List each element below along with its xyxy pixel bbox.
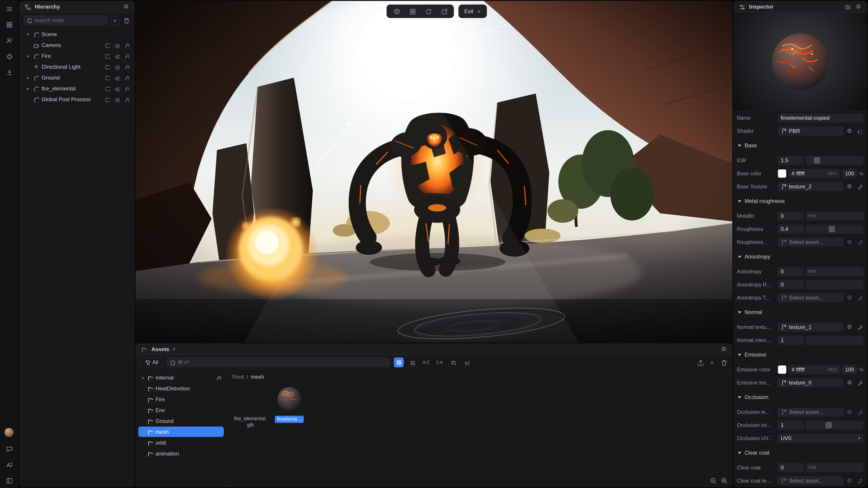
tree-row-scene[interactable]: ▾ Scene [19,29,135,40]
roughness-input[interactable]: 0.4 [778,224,804,233]
gear-icon[interactable]: ⚙ [122,2,130,11]
exit-button[interactable]: Exit × [458,4,487,18]
emissive-texture-picker[interactable]: texture_0 [778,378,844,387]
folder-row-animation[interactable]: animation [138,448,224,459]
chevron-down-icon[interactable]: ▾ [25,32,31,37]
assets-tab[interactable]: Assets [151,346,169,352]
normal-texture-picker[interactable]: texture_1 [778,322,844,331]
texture-settings-icon[interactable]: ⚙ [845,182,854,191]
shader-settings-icon[interactable]: ⚙ [845,127,854,135]
lock-icon[interactable] [124,97,129,102]
upload-icon[interactable] [696,358,704,366]
base-color-swatch[interactable] [778,169,786,178]
folder-row-internal[interactable]: ▸ Internal [138,372,224,383]
viewport-3d-scene[interactable]: Exit × [135,1,733,343]
panel-toggle-icon[interactable] [5,476,13,484]
base-color-hex-input[interactable]: # ffffffHEX [788,169,840,178]
texture-link-icon[interactable] [855,408,864,416]
chevron-right-icon[interactable]: ▸ [25,54,31,58]
texture-link-icon[interactable] [855,323,864,331]
lock-icon[interactable] [124,64,129,70]
base-texture-picker[interactable]: texture_2 [778,182,844,191]
translate-icon[interactable] [5,460,13,468]
menu-icon[interactable] [843,2,851,11]
tree-row-fire[interactable]: ▸ Fire [19,51,135,61]
folder-row-fire[interactable]: Fire [138,394,224,404]
add-user-icon[interactable] [5,36,13,44]
section-normal[interactable]: Normal [733,304,867,320]
breadcrumb-root[interactable]: Root [232,374,244,380]
texture-link-icon[interactable] [855,238,864,246]
tree-row-fire-elemental[interactable]: ▸ fire_elemental [19,83,135,94]
roughness-slider[interactable] [806,224,864,233]
gear-icon[interactable]: ⚙ [720,345,728,353]
texture-settings-icon[interactable]: ⚙ [845,293,854,302]
open-external-icon[interactable] [440,7,448,15]
emissive-color-swatch[interactable] [778,365,786,374]
assets-search[interactable] [166,357,391,367]
asset-thumbnail[interactable] [275,385,303,413]
texture-settings-icon[interactable]: ⚙ [845,238,854,246]
section-anisotropy[interactable]: Anisotropy [733,249,867,265]
folder-row-ground[interactable]: Ground [138,416,224,426]
eye-icon[interactable] [114,75,120,80]
asset-item-material[interactable]: fireeleme... [271,385,307,428]
menu-icon[interactable] [5,4,13,13]
lock-icon[interactable] [124,86,129,91]
zoom-in-icon[interactable] [721,477,727,484]
cube-icon[interactable] [393,7,401,15]
tree-row-global-post-process[interactable]: Global Post Process [19,94,135,105]
close-tab-icon[interactable]: × [173,346,176,352]
chevron-right-icon[interactable]: ▸ [141,375,146,380]
monitor-icon[interactable] [105,75,110,80]
folder-row-mesh[interactable]: mesh [138,427,224,437]
texture-link-icon[interactable] [855,379,864,387]
emissive-color-hex-input[interactable]: # ffffffHEX [788,365,840,374]
shader-picker[interactable]: PBR [778,126,844,135]
eye-icon[interactable] [114,86,120,91]
asset-item-glb[interactable]: fire_elemental.glb [232,385,269,428]
section-metal-roughness[interactable]: Metal roughness [733,193,867,209]
base-color-alpha-input[interactable]: 100 [842,169,857,178]
occlusion-uv-dropdown[interactable]: UV0▾ [778,433,864,443]
list-view-button[interactable] [407,357,417,367]
zoom-out-icon[interactable] [710,477,716,484]
tree-row-camera[interactable]: Camera [19,40,135,51]
monitor-icon[interactable] [105,86,110,91]
refresh-icon[interactable] [424,7,432,15]
texture-settings-icon[interactable]: ⚙ [845,477,854,485]
occlusion-intensity-input[interactable]: 1 [778,420,804,429]
gear-icon[interactable]: ⚙ [855,2,863,11]
sort-asc-icon[interactable] [462,357,471,367]
monitor-icon[interactable] [105,97,110,102]
anisotropy-input[interactable]: 0 [778,267,804,276]
anisotropy-texture-picker[interactable]: Select asset... [778,293,844,302]
metallic-input[interactable]: 0 [778,211,804,220]
lock-icon[interactable] [124,42,129,48]
folder-row-orbit[interactable]: orbit [138,437,224,448]
section-clear-coat[interactable]: Clear coat [733,445,867,461]
chevron-right-icon[interactable]: ▸ [25,86,31,91]
texture-settings-icon[interactable]: ⚙ [845,323,854,331]
roughness-texture-picker[interactable]: Select asset... [778,237,844,247]
grid-icon[interactable] [408,7,416,15]
texture-link-icon[interactable] [855,293,864,302]
add-asset-icon[interactable]: + [708,358,716,366]
anisotropy-rotation-input[interactable]: 0 [778,280,804,289]
delete-node-icon[interactable] [122,16,130,24]
lock-icon[interactable] [124,53,129,59]
eye-icon[interactable] [114,53,120,59]
clear-coat-texture-picker[interactable]: Select asset... [778,476,844,485]
filter-all-button[interactable]: All [140,357,163,367]
avatar[interactable] [4,428,13,437]
eye-icon[interactable] [114,97,120,102]
name-input[interactable]: fireelemental-copied [778,113,864,122]
search-input[interactable] [34,17,104,24]
assets-search-input[interactable] [178,359,387,365]
add-node-button[interactable]: + [110,16,119,25]
sort-az-button[interactable]: A-Z [421,357,431,367]
metallic-slider[interactable]: MIN [806,211,864,220]
lock-icon[interactable] [124,75,129,80]
clear-coat-input[interactable]: 0 [778,463,804,472]
monitor-icon[interactable] [105,42,110,48]
